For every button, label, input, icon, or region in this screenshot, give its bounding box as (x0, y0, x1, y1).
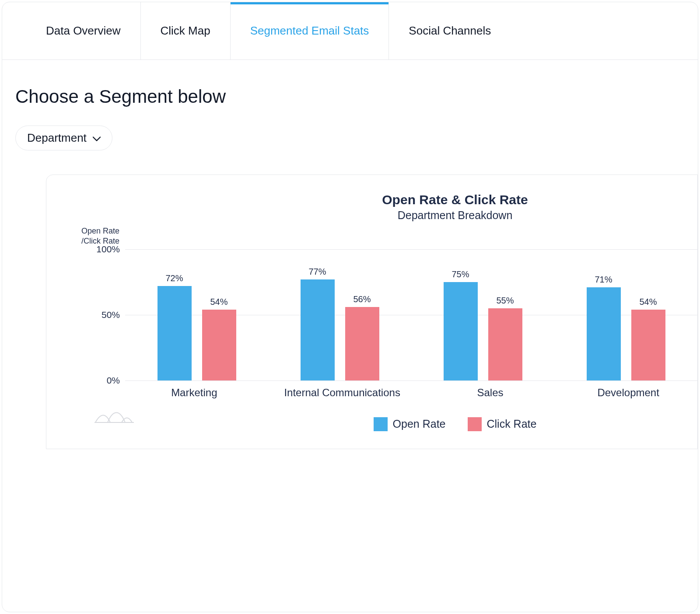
bar-group: 77%56% (292, 267, 388, 380)
tab-bar: Data Overview Click Map Segmented Email … (2, 2, 698, 60)
chart-x-axis: MarketingInternal CommunicationsSalesDev… (125, 380, 697, 399)
segment-dropdown[interactable]: Department (15, 126, 112, 150)
chart-header: Open Rate & Click Rate Department Breakd… (64, 192, 697, 222)
bar-click-rate (345, 307, 379, 380)
legend-swatch-open (374, 417, 388, 431)
bar-click-rate (631, 310, 665, 380)
legend-label: Click Rate (487, 418, 537, 430)
bar-value-label: 75% (452, 269, 469, 279)
y-tick-100: 100% (96, 244, 120, 255)
x-category-label: Internal Communications (284, 380, 400, 399)
tab-click-map[interactable]: Click Map (141, 2, 231, 59)
bar-value-label: 72% (165, 273, 183, 283)
bar-wrap: 56% (345, 294, 379, 380)
chart-y-axis: 100% 50% 0% (64, 249, 125, 380)
x-category-label: Sales (442, 380, 539, 399)
content-area: Choose a Segment below Department Open R… (2, 60, 698, 449)
y-tick-50: 50% (102, 310, 120, 320)
chart-title: Open Rate & Click Rate (213, 192, 697, 207)
chart-plot-area: 72%54%77%56%75%55%71%54% (125, 249, 697, 380)
bar-click-rate (488, 308, 522, 380)
bar-value-label: 54% (210, 297, 228, 307)
page-title: Choose a Segment below (15, 86, 698, 107)
bar-wrap: 75% (444, 269, 478, 380)
bar-open-rate (158, 286, 192, 380)
legend-label: Open Rate (393, 418, 446, 430)
chart-plot: 100% 50% 0% 72%54%77%56%75%55%71%54% (64, 249, 697, 380)
bar-value-label: 77% (308, 267, 326, 277)
x-category-label: Development (580, 380, 676, 399)
bar-open-rate (301, 279, 335, 380)
bar-value-label: 71% (595, 275, 612, 285)
bar-wrap: 54% (202, 297, 236, 380)
bar-open-rate (444, 282, 478, 380)
tab-data-overview[interactable]: Data Overview (26, 2, 141, 59)
gridline (125, 380, 697, 381)
tab-segmented-email-stats[interactable]: Segmented Email Stats (231, 2, 389, 59)
chart-subtitle: Department Breakdown (213, 209, 697, 222)
bar-group: 71%54% (578, 275, 674, 380)
bar-wrap: 54% (631, 297, 665, 380)
chevron-down-icon (93, 131, 101, 145)
bar-open-rate (587, 287, 621, 380)
bar-wrap: 72% (158, 273, 192, 380)
x-category-label: Marketing (146, 380, 242, 399)
bar-click-rate (202, 310, 236, 380)
tab-social-channels[interactable]: Social Channels (389, 2, 511, 59)
bar-wrap: 55% (488, 296, 522, 380)
legend-swatch-click (468, 417, 482, 431)
y-tick-0: 0% (107, 375, 120, 386)
segment-dropdown-label: Department (27, 131, 87, 145)
bar-value-label: 55% (496, 296, 514, 306)
app-window: Data Overview Click Map Segmented Email … (2, 2, 698, 612)
bar-group: 75%55% (435, 269, 531, 380)
bar-value-label: 56% (353, 294, 371, 304)
bar-value-label: 54% (639, 297, 657, 307)
chart-panel: Open Rate & Click Rate Department Breakd… (46, 174, 698, 449)
bar-wrap: 77% (301, 267, 335, 380)
bar-wrap: 71% (587, 275, 621, 380)
legend-open-rate: Open Rate (374, 417, 446, 431)
bar-group: 72%54% (149, 273, 245, 380)
qualtrics-logo-icon (94, 409, 134, 429)
chart-y-axis-label: Open Rate /Click Rate (81, 226, 697, 247)
chart-legend: Open Rate Click Rate (64, 417, 697, 431)
legend-click-rate: Click Rate (468, 417, 537, 431)
